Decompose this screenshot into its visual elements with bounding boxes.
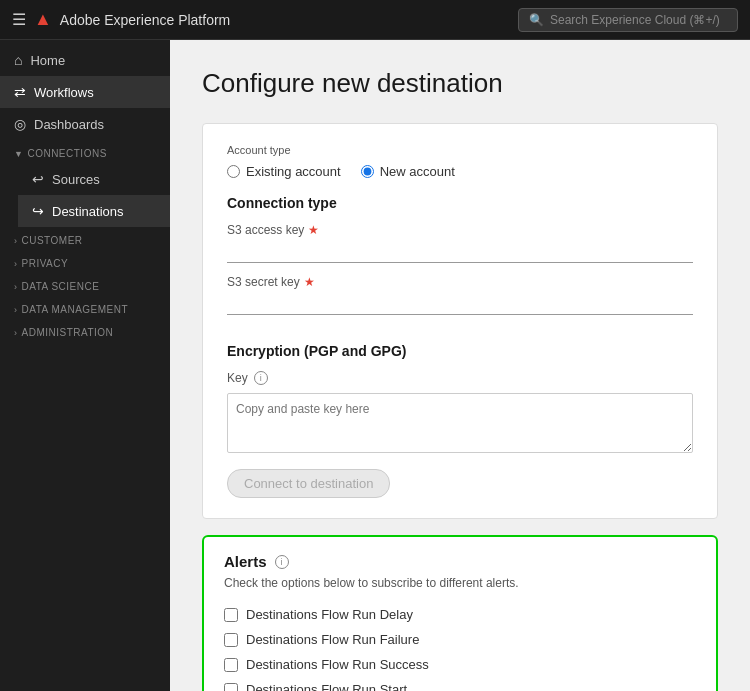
search-icon: 🔍 (529, 13, 544, 27)
alert-checkbox-flow-run-start[interactable] (224, 683, 238, 692)
chevron-right-icon5: › (14, 328, 18, 338)
adobe-logo: ▲ (34, 9, 52, 30)
chevron-right-icon4: › (14, 305, 18, 315)
alert-option-flow-run-success[interactable]: Destinations Flow Run Success (224, 652, 696, 677)
key-label: Key (227, 371, 248, 385)
sidebar-label-home: Home (30, 53, 65, 68)
alert-option-flow-run-start[interactable]: Destinations Flow Run Start (224, 677, 696, 691)
key-label-row: Key i (227, 371, 693, 385)
account-type-section: Account type Existing account New accoun… (227, 144, 693, 179)
new-account-option[interactable]: New account (361, 164, 455, 179)
sidebar-item-workflows[interactable]: ⇄ Workflows (0, 76, 170, 108)
account-type-label: Account type (227, 144, 693, 156)
workflows-icon: ⇄ (14, 84, 26, 100)
s3-access-key-label: S3 access key (227, 223, 304, 237)
hamburger-icon[interactable]: ☰ (12, 10, 26, 29)
connections-subitems: ↩ Sources ↪ Destinations (0, 163, 170, 227)
sidebar-section-data-management[interactable]: › DATA MANAGEMENT (0, 296, 170, 319)
existing-account-option[interactable]: Existing account (227, 164, 341, 179)
chevron-down-icon: ▼ (14, 149, 23, 159)
alert-option-flow-run-failure[interactable]: Destinations Flow Run Failure (224, 627, 696, 652)
dashboards-icon: ◎ (14, 116, 26, 132)
data-science-label: DATA SCIENCE (22, 281, 100, 292)
sidebar-section-customer[interactable]: › CUSTOMER (0, 227, 170, 250)
data-management-label: DATA MANAGEMENT (22, 304, 129, 315)
existing-account-label: Existing account (246, 164, 341, 179)
sources-icon: ↩ (32, 171, 44, 187)
chevron-right-icon2: › (14, 259, 18, 269)
search-input[interactable] (550, 13, 727, 27)
alert-option-flow-run-delay[interactable]: Destinations Flow Run Delay (224, 602, 696, 627)
sidebar-label-dashboards: Dashboards (34, 117, 104, 132)
alert-checkbox-flow-run-delay[interactable] (224, 608, 238, 622)
key-info-icon[interactable]: i (254, 371, 268, 385)
topbar-search[interactable]: 🔍 (518, 8, 738, 32)
administration-label: ADMINISTRATION (22, 327, 114, 338)
s3-secret-key-label-row: S3 secret key ★ (227, 275, 693, 289)
s3-access-key-label-row: S3 access key ★ (227, 223, 693, 237)
customer-label: CUSTOMER (22, 235, 83, 246)
layout: ⌂ Home ⇄ Workflows ◎ Dashboards ▼ CONNEC… (0, 40, 750, 691)
sidebar-section-privacy[interactable]: › PRIVACY (0, 250, 170, 273)
sidebar-item-sources[interactable]: ↩ Sources (18, 163, 170, 195)
alert-checkbox-flow-run-failure[interactable] (224, 633, 238, 647)
alerts-section: Alerts i Check the options below to subs… (202, 535, 718, 691)
s3-access-key-field: S3 access key ★ (227, 223, 693, 275)
chevron-right-icon: › (14, 236, 18, 246)
topbar-left: ☰ ▲ Adobe Experience Platform (12, 9, 230, 30)
s3-secret-key-input[interactable] (227, 291, 693, 315)
form-section: Account type Existing account New accoun… (202, 123, 718, 519)
alert-label-flow-run-start: Destinations Flow Run Start (246, 682, 407, 691)
sidebar-section-connections[interactable]: ▼ CONNECTIONS (0, 140, 170, 163)
alerts-info-icon[interactable]: i (275, 555, 289, 569)
sidebar: ⌂ Home ⇄ Workflows ◎ Dashboards ▼ CONNEC… (0, 40, 170, 691)
account-type-radio-group: Existing account New account (227, 164, 693, 179)
sidebar-item-destinations[interactable]: ↪ Destinations (18, 195, 170, 227)
s3-secret-key-label: S3 secret key (227, 275, 300, 289)
sidebar-item-home[interactable]: ⌂ Home (0, 44, 170, 76)
alerts-description: Check the options below to subscribe to … (224, 576, 696, 590)
sidebar-section-data-science[interactable]: › DATA SCIENCE (0, 273, 170, 296)
encryption-title: Encryption (PGP and GPG) (227, 343, 693, 359)
sidebar-item-dashboards[interactable]: ◎ Dashboards (0, 108, 170, 140)
new-account-label: New account (380, 164, 455, 179)
chevron-right-icon3: › (14, 282, 18, 292)
app-name: Adobe Experience Platform (60, 12, 230, 28)
alert-label-flow-run-failure: Destinations Flow Run Failure (246, 632, 419, 647)
s3-access-key-required: ★ (308, 223, 319, 237)
main-content: Configure new destination Account type E… (170, 40, 750, 691)
alert-label-flow-run-delay: Destinations Flow Run Delay (246, 607, 413, 622)
alerts-title-row: Alerts i (224, 553, 696, 570)
connect-to-destination-button[interactable]: Connect to destination (227, 469, 390, 498)
connection-type-title: Connection type (227, 195, 693, 211)
sidebar-label-destinations: Destinations (52, 204, 124, 219)
page-title: Configure new destination (202, 68, 718, 99)
connections-label: CONNECTIONS (27, 148, 106, 159)
privacy-label: PRIVACY (22, 258, 69, 269)
connection-type-section: Connection type S3 access key ★ S3 secre… (227, 195, 693, 327)
sidebar-label-workflows: Workflows (34, 85, 94, 100)
alert-label-flow-run-success: Destinations Flow Run Success (246, 657, 429, 672)
s3-secret-key-required: ★ (304, 275, 315, 289)
alert-checkbox-flow-run-success[interactable] (224, 658, 238, 672)
alerts-title: Alerts (224, 553, 267, 570)
encryption-section: Encryption (PGP and GPG) Key i (227, 343, 693, 457)
new-account-radio[interactable] (361, 165, 374, 178)
destinations-icon: ↪ (32, 203, 44, 219)
s3-secret-key-field: S3 secret key ★ (227, 275, 693, 327)
home-icon: ⌂ (14, 52, 22, 68)
s3-access-key-input[interactable] (227, 239, 693, 263)
key-textarea[interactable] (227, 393, 693, 453)
sidebar-section-administration[interactable]: › ADMINISTRATION (0, 319, 170, 342)
sidebar-label-sources: Sources (52, 172, 100, 187)
topbar: ☰ ▲ Adobe Experience Platform 🔍 (0, 0, 750, 40)
existing-account-radio[interactable] (227, 165, 240, 178)
